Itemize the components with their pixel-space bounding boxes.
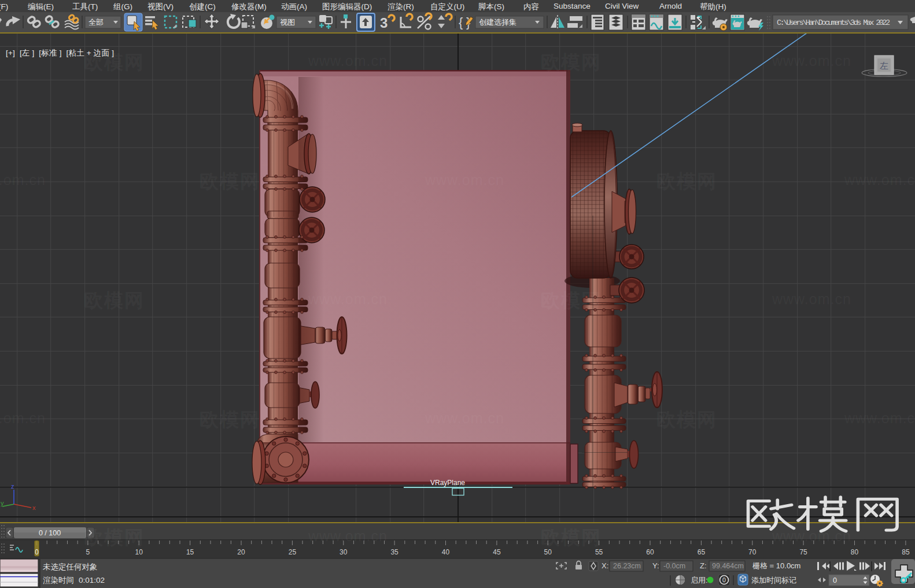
svg-text:{: { bbox=[459, 15, 463, 29]
svg-text:渲染时间: 渲染时间 bbox=[43, 576, 74, 585]
svg-text:视图: 视图 bbox=[280, 18, 295, 27]
svg-text:30: 30 bbox=[340, 548, 348, 556]
svg-text:20: 20 bbox=[237, 548, 245, 556]
svg-text:0: 0 bbox=[833, 576, 837, 585]
svg-text:40: 40 bbox=[442, 548, 450, 556]
svg-text:-0.0cm: -0.0cm bbox=[663, 562, 685, 570]
svg-text:45: 45 bbox=[493, 548, 501, 556]
svg-text:65: 65 bbox=[698, 548, 706, 556]
svg-text:0:01:02: 0:01:02 bbox=[79, 576, 105, 585]
svg-text:50: 50 bbox=[544, 548, 552, 556]
svg-text:35: 35 bbox=[390, 548, 399, 556]
svg-text:75: 75 bbox=[799, 548, 807, 556]
svg-text:55: 55 bbox=[595, 548, 603, 556]
svg-text:85: 85 bbox=[902, 548, 910, 556]
svg-text:10: 10 bbox=[135, 548, 143, 556]
svg-text:x: x bbox=[32, 504, 36, 511]
svg-text:VRayPlane: VRayPlane bbox=[430, 479, 465, 487]
svg-text:25: 25 bbox=[289, 548, 297, 556]
svg-text:60: 60 bbox=[646, 548, 654, 556]
svg-text:未选定任何对象: 未选定任何对象 bbox=[43, 563, 98, 571]
svg-text:全部: 全部 bbox=[88, 18, 104, 27]
svg-text:80: 80 bbox=[851, 548, 859, 556]
svg-text:Y:: Y: bbox=[652, 561, 659, 570]
svg-text:左: 左 bbox=[880, 61, 888, 71]
svg-text:99.464cm: 99.464cm bbox=[712, 562, 744, 570]
svg-text:C:\Users\Han\Documents\3ds Max: C:\Users\Han\Documents\3ds Max 2022 bbox=[777, 19, 890, 27]
svg-text:启用:: 启用: bbox=[691, 576, 708, 585]
svg-text:栅格 = 10.0cm: 栅格 = 10.0cm bbox=[752, 561, 800, 570]
svg-text:Z:: Z: bbox=[700, 561, 707, 570]
svg-text:15: 15 bbox=[186, 548, 194, 556]
svg-text:创建选择集: 创建选择集 bbox=[479, 18, 516, 27]
svg-text:y: y bbox=[1, 500, 4, 506]
svg-text:z: z bbox=[11, 483, 14, 490]
svg-text:0: 0 bbox=[35, 548, 39, 556]
svg-text:5: 5 bbox=[86, 548, 90, 556]
svg-text:添加时间标记: 添加时间标记 bbox=[751, 576, 796, 585]
svg-text:3: 3 bbox=[380, 15, 388, 31]
svg-text:X:: X: bbox=[602, 561, 608, 570]
svg-text:0 / 100: 0 / 100 bbox=[39, 529, 61, 537]
svg-text:70: 70 bbox=[748, 548, 757, 556]
svg-text:0: 0 bbox=[722, 576, 726, 583]
svg-text:26.23cm: 26.23cm bbox=[613, 562, 641, 570]
